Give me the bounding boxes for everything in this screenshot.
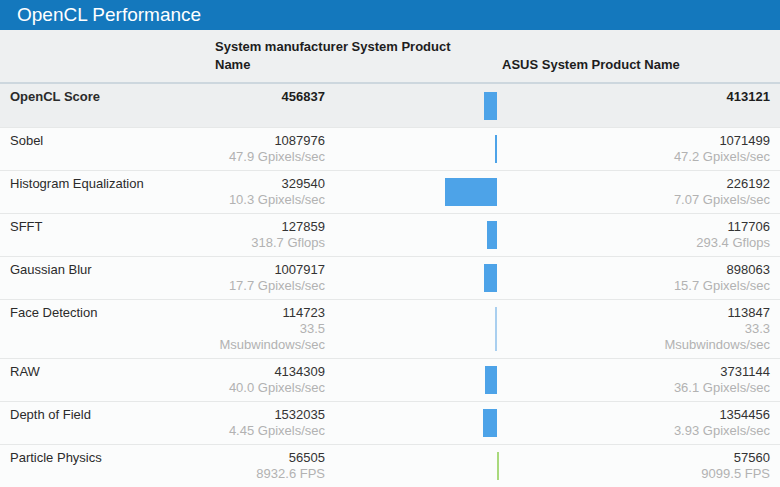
benchmark-row: Gaussian Blur100791717.7 Gpixels/sec8980… xyxy=(0,256,780,299)
left-rate: 17.7 Gpixels/sec xyxy=(200,278,325,294)
right-rate: 36.1 Gpixels/sec xyxy=(640,380,770,396)
left-score: 4134309 xyxy=(200,364,325,380)
right-result-cell: 575609099.5 FPS xyxy=(640,450,770,482)
right-score: 898063 xyxy=(640,262,770,278)
left-score: 114723 xyxy=(200,305,325,321)
left-score: 456837 xyxy=(200,89,325,105)
benchmark-row: Histogram Equalization32954010.3 Gpixels… xyxy=(0,170,780,213)
benchmark-row: SFFT127859318.7 Gflops117706293.4 Gflops xyxy=(0,213,780,256)
left-rate: 8932.6 FPS xyxy=(200,466,325,482)
row-label: Gaussian Blur xyxy=(10,262,200,294)
right-score: 113847 xyxy=(640,305,770,321)
right-rate: 3.93 Gpixels/sec xyxy=(640,423,770,439)
row-label: OpenCL Score xyxy=(10,89,200,122)
comparison-bar xyxy=(484,264,497,292)
row-label: Face Detection xyxy=(10,305,200,353)
column-header-right: ASUS System Product Name xyxy=(502,56,680,74)
right-score: 413121 xyxy=(640,89,770,105)
right-rate: 15.7 Gpixels/sec xyxy=(640,278,770,294)
left-score: 56505 xyxy=(200,450,325,466)
comparison-bar xyxy=(445,178,497,206)
left-rate: 33.5 Msubwindows/sec xyxy=(200,321,325,353)
comparison-bar xyxy=(495,307,497,351)
row-label: RAW xyxy=(10,364,200,396)
right-score: 117706 xyxy=(640,219,770,235)
row-label: SFFT xyxy=(10,219,200,251)
right-result-cell: 13544563.93 Gpixels/sec xyxy=(640,407,770,439)
left-score: 1007917 xyxy=(200,262,325,278)
comparison-bar xyxy=(485,366,497,394)
right-score: 226192 xyxy=(640,176,770,192)
right-rate: 33.3 Msubwindows/sec xyxy=(640,321,770,353)
right-result-cell: 89806315.7 Gpixels/sec xyxy=(640,262,770,294)
left-rate: 318.7 Gflops xyxy=(200,235,325,251)
left-rate: 10.3 Gpixels/sec xyxy=(200,192,325,208)
benchmark-row: Depth of Field15320354.45 Gpixels/sec135… xyxy=(0,401,780,444)
right-score: 3731144 xyxy=(640,364,770,380)
right-score: 57560 xyxy=(640,450,770,466)
left-result-cell: 565058932.6 FPS xyxy=(200,450,325,482)
page-title: OpenCL Performance xyxy=(0,0,780,30)
left-rate: 47.9 Gpixels/sec xyxy=(200,149,325,165)
comparison-bar xyxy=(483,409,497,437)
benchmark-row: Sobel108797647.9 Gpixels/sec107149947.2 … xyxy=(0,127,780,170)
left-rate: 40.0 Gpixels/sec xyxy=(200,380,325,396)
right-result-cell: 117706293.4 Gflops xyxy=(640,219,770,251)
right-result-cell: 373114436.1 Gpixels/sec xyxy=(640,364,770,396)
left-result-cell: 456837 xyxy=(200,89,325,122)
benchmark-row: Particle Physics565058932.6 FPS575609099… xyxy=(0,444,780,487)
benchmark-row: RAW413430940.0 Gpixels/sec373114436.1 Gp… xyxy=(0,358,780,401)
row-label: Depth of Field xyxy=(10,407,200,439)
left-result-cell: 15320354.45 Gpixels/sec xyxy=(200,407,325,439)
left-rate: 4.45 Gpixels/sec xyxy=(200,423,325,439)
row-label: Sobel xyxy=(10,133,200,165)
column-header-left: System manufacturer System Product Name xyxy=(215,38,460,74)
comparison-bar xyxy=(495,135,497,163)
left-result-cell: 413430940.0 Gpixels/sec xyxy=(200,364,325,396)
left-result-cell: 11472333.5 Msubwindows/sec xyxy=(200,305,325,353)
right-score: 1071499 xyxy=(640,133,770,149)
left-score: 1532035 xyxy=(200,407,325,423)
left-score: 329540 xyxy=(200,176,325,192)
benchmark-row: OpenCL Score456837413121 xyxy=(0,84,780,127)
benchmark-table: OpenCL Score456837413121Sobel108797647.9… xyxy=(0,84,780,487)
left-score: 127859 xyxy=(200,219,325,235)
right-result-cell: 413121 xyxy=(640,89,770,122)
left-score: 1087976 xyxy=(200,133,325,149)
right-rate: 9099.5 FPS xyxy=(640,466,770,482)
right-result-cell: 2261927.07 Gpixels/sec xyxy=(640,176,770,208)
right-score: 1354456 xyxy=(640,407,770,423)
column-headers: System manufacturer System Product Name … xyxy=(0,30,780,84)
comparison-bar xyxy=(487,221,497,249)
right-result-cell: 107149947.2 Gpixels/sec xyxy=(640,133,770,165)
right-rate: 47.2 Gpixels/sec xyxy=(640,149,770,165)
right-result-cell: 11384733.3 Msubwindows/sec xyxy=(640,305,770,353)
row-label: Histogram Equalization xyxy=(10,176,200,208)
row-label: Particle Physics xyxy=(10,450,200,482)
left-result-cell: 127859318.7 Gflops xyxy=(200,219,325,251)
comparison-bar xyxy=(484,92,497,120)
comparison-bar xyxy=(497,452,499,480)
right-rate: 7.07 Gpixels/sec xyxy=(640,192,770,208)
left-result-cell: 32954010.3 Gpixels/sec xyxy=(200,176,325,208)
right-rate: 293.4 Gflops xyxy=(640,235,770,251)
left-result-cell: 108797647.9 Gpixels/sec xyxy=(200,133,325,165)
left-result-cell: 100791717.7 Gpixels/sec xyxy=(200,262,325,294)
benchmark-row: Face Detection11472333.5 Msubwindows/sec… xyxy=(0,299,780,358)
benchmark-comparison-page: OpenCL Performance System manufacturer S… xyxy=(0,0,780,487)
